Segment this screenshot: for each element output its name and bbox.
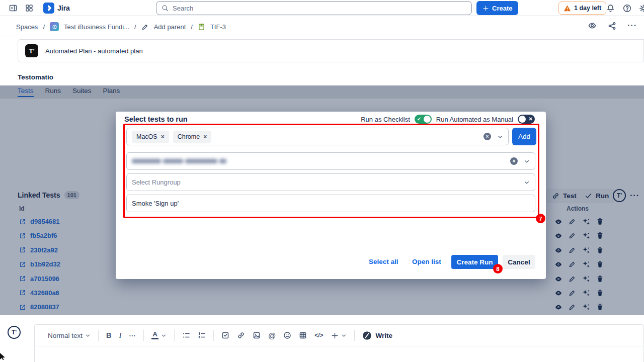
app-switcher-icon[interactable] <box>25 4 33 12</box>
italic-button[interactable]: I <box>119 331 122 340</box>
toolbar-divider <box>98 330 99 341</box>
toolbar-divider <box>213 330 214 341</box>
help-icon[interactable] <box>623 4 631 13</box>
breadcrumb-bar: Spaces / Test iBusiness Fundi... / Add p… <box>0 16 644 36</box>
cancel-button[interactable]: Cancel <box>503 255 535 269</box>
breadcrumb-separator: / <box>134 23 136 31</box>
run-automated-as-manual-label: Run Automated as Manual <box>436 116 513 123</box>
toolbar-divider <box>143 330 144 341</box>
text-color-button[interactable]: A <box>151 331 167 339</box>
warning-icon <box>564 5 571 12</box>
editor-toolbar: Normal text B I ··· A @ <box>35 325 643 346</box>
rungroup-placeholder: Select Rungroup <box>132 178 181 186</box>
search-input[interactable]: Search <box>156 1 472 15</box>
comment-author-avatar: T' <box>8 326 21 339</box>
bold-button[interactable]: B <box>106 331 111 339</box>
chevron-down-icon <box>341 333 347 338</box>
numbered-list-button[interactable] <box>198 331 206 339</box>
topbar-divider <box>602 3 602 14</box>
open-list-link[interactable]: Open list <box>412 258 441 265</box>
sidebar-toggle-icon[interactable] <box>9 4 17 12</box>
testomatio-section-heading: Testomatio <box>18 73 53 81</box>
text-style-dropdown[interactable]: Normal text <box>48 332 91 339</box>
run-as-checklist-label: Run as Checklist <box>361 116 410 123</box>
redacted-selection-text <box>132 159 226 163</box>
insert-more-button[interactable] <box>331 332 347 339</box>
insert-link-button[interactable] <box>237 331 245 339</box>
search-placeholder: Search <box>173 5 193 12</box>
jira-logo-icon[interactable] <box>43 3 54 14</box>
task-list-button[interactable] <box>221 331 229 339</box>
run-title-value: Smoke 'Sign up' <box>132 200 179 207</box>
notifications-icon[interactable] <box>606 4 615 13</box>
mention-button[interactable]: @ <box>268 331 276 340</box>
project-avatar-icon <box>50 22 59 31</box>
breadcrumb-issue-key[interactable]: TIF-3 <box>210 23 226 31</box>
select-tests-modal: Select tests to run Run as Checklist ✓ R… <box>116 112 546 279</box>
clear-field-icon[interactable]: × <box>510 157 518 165</box>
remove-tag-icon[interactable]: × <box>161 133 165 140</box>
add-tag-button[interactable]: Add <box>512 128 536 145</box>
insert-table-button[interactable] <box>299 331 307 339</box>
breadcrumb: Spaces / Test iBusiness Fundi... / Add p… <box>16 22 226 31</box>
code-block-button[interactable]: </> <box>314 332 323 339</box>
select-all-link[interactable]: Select all <box>369 258 398 265</box>
top-nav-bar: Jira Search Create 1 day left <box>0 0 644 16</box>
create-run-button[interactable]: Create Run <box>451 255 498 269</box>
breadcrumb-separator: / <box>43 23 45 31</box>
run-automated-as-manual-toggle[interactable]: ✕ <box>518 115 535 124</box>
issue-type-bookmark-icon <box>198 23 205 31</box>
chevron-down-icon <box>524 179 530 186</box>
settings-gear-icon[interactable] <box>639 4 644 13</box>
plan-title: Automated Plan - automated plan <box>45 47 143 55</box>
more-formatting-icon[interactable]: ··· <box>129 332 136 339</box>
run-title-input[interactable]: Smoke 'Sign up' <box>126 195 535 212</box>
breadcrumb-spaces[interactable]: Spaces <box>16 23 38 31</box>
assignee-select-field[interactable]: × <box>126 152 535 170</box>
tag-chip-macos: MacOS × <box>132 131 169 143</box>
emoji-button[interactable] <box>283 331 291 339</box>
ai-write-button[interactable]: Write <box>362 331 393 340</box>
run-as-checklist-toggle[interactable]: ✓ <box>415 115 432 124</box>
mouse-cursor <box>0 353 5 360</box>
page-actions: ··· <box>588 21 637 30</box>
modal-toggles: Run as Checklist ✓ Run Automated as Manu… <box>361 115 535 124</box>
chevron-down-icon <box>161 333 167 338</box>
trial-countdown-badge[interactable]: 1 day left <box>558 2 606 15</box>
toolbar-divider <box>354 330 355 341</box>
insert-image-button[interactable] <box>253 331 261 339</box>
tag-chip-chrome: Chrome × <box>173 131 211 143</box>
search-icon <box>162 5 169 12</box>
annotation-step-8-badge: 8 <box>493 264 503 274</box>
chevron-down-icon <box>497 134 503 140</box>
testomatio-logo-icon: T' <box>25 44 38 57</box>
rungroup-select-field[interactable]: Select Rungroup <box>126 173 535 191</box>
clear-field-icon[interactable]: × <box>484 133 491 140</box>
comment-editor[interactable]: Normal text B I ··· A @ <box>34 324 644 362</box>
testomatio-plugin-panel: Tests Runs Suites Plans Linked Tests 101… <box>0 85 644 315</box>
watch-eye-icon[interactable] <box>588 21 597 30</box>
more-actions-icon[interactable]: ··· <box>627 21 637 30</box>
app-title: Jira <box>57 4 70 12</box>
edit-pencil-icon <box>141 23 149 31</box>
modal-title: Select tests to run <box>124 115 188 123</box>
chevron-down-icon <box>85 333 91 338</box>
breadcrumb-project[interactable]: Test iBusiness Fundi... <box>64 23 129 31</box>
plus-icon <box>482 5 489 12</box>
remove-tag-icon[interactable]: × <box>203 133 207 140</box>
share-icon[interactable] <box>608 22 616 30</box>
automated-plan-card[interactable]: T' Automated Plan - automated plan <box>18 39 644 62</box>
tags-multiselect-field[interactable]: MacOS × Chrome × × <box>126 128 509 145</box>
bullet-list-button[interactable] <box>182 331 190 339</box>
annotation-step-7-badge: 7 <box>536 214 545 223</box>
create-button[interactable]: Create <box>476 1 518 15</box>
breadcrumb-separator: / <box>191 23 193 31</box>
toolbar-divider <box>174 330 175 341</box>
chevron-down-icon <box>524 158 530 164</box>
write-ai-logo-icon <box>362 331 372 340</box>
breadcrumb-add-parent[interactable]: Add parent <box>154 23 186 31</box>
